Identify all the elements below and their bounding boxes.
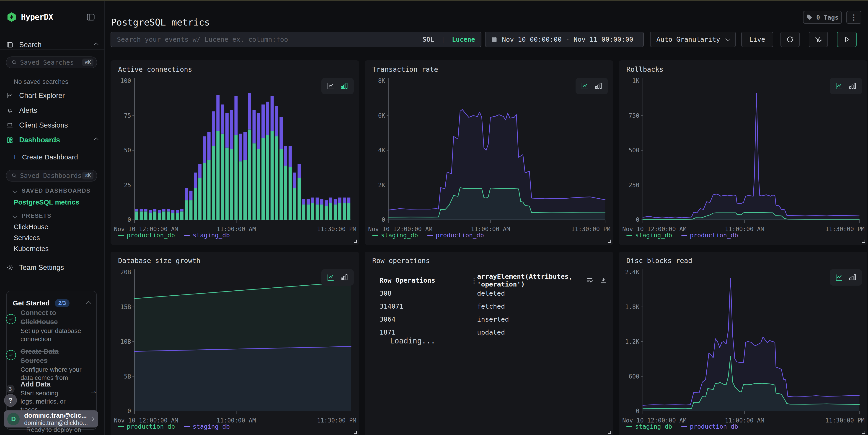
bar-chart-icon[interactable] [340,82,348,90]
legend-item[interactable]: production_db [118,423,175,430]
legend-item[interactable]: production_db [118,232,175,239]
progress-badge: 2/3 [55,299,69,307]
bar-chart-icon[interactable] [848,273,857,281]
arrow-right-icon[interactable]: → [89,386,98,396]
legend-item[interactable]: staging_db [626,423,672,430]
panel-row-operations: Row operations Row Operations ⋮ arrayEle… [365,252,613,435]
column-header-operation[interactable]: arrayElement(Attributes, 'operation') [477,273,586,288]
refresh-button[interactable] [780,32,800,47]
run-query-button[interactable] [837,32,857,47]
sidebar-collapse-icon[interactable] [86,12,95,23]
tags-label: 0 Tags [816,14,839,21]
chart-type-toggle[interactable] [321,269,354,286]
sidebar-section-search[interactable]: Search [6,38,98,52]
legend-item[interactable]: staging_db [372,232,418,239]
live-button[interactable]: Live [741,32,773,47]
sidebar-item-services[interactable]: Services [14,234,40,242]
svg-text:2.4K: 2.4K [625,269,640,275]
chart-type-toggle[interactable] [576,78,608,94]
sidebar-item-clickhouse[interactable]: ClickHouse [14,223,48,231]
divider: | [441,36,445,43]
sidebar-item-postgresql-metrics[interactable]: PostgreSQL metrics [14,198,79,206]
query-language-toggle[interactable]: SQL | Lucene [423,36,475,43]
sidebar: HyperDX Search Saved Searches ⌘K No save… [0,1,105,435]
date-range-picker[interactable]: Nov 10 00:00:00 - Nov 11 00:00:00 [485,32,644,47]
sidebar-item-kubernetes[interactable]: Kubernetes [14,245,49,253]
svg-text:10B: 10B [120,338,131,345]
sidebar-item-alerts[interactable]: Alerts [6,103,98,118]
saved-dashboards-input[interactable]: Saved Dashboards ⌘K [6,170,97,181]
sql-option[interactable]: SQL [423,36,434,43]
saved-searches-input[interactable]: Saved Searches ⌘K [6,57,97,68]
legend-swatch [184,235,190,236]
chart-legend: staging_db production_db [372,232,484,239]
sidebar-item-label: Alerts [19,106,37,114]
play-icon [843,36,850,43]
svg-text:5B: 5B [124,373,131,380]
get-started-item-connect[interactable]: Connect to ClickHouse Set up your databa… [6,308,84,343]
line-chart-icon[interactable] [835,82,843,90]
lucene-option[interactable]: Lucene [452,36,475,43]
calendar-icon [491,36,497,42]
legend-item[interactable]: production_db [681,232,738,239]
dashboards-icon [6,137,13,143]
line-chart-icon[interactable] [327,273,335,281]
sidebar-item-team-settings[interactable]: Team Settings [6,264,64,272]
sidebar-item-chart-explorer[interactable]: Chart Explorer [6,88,98,103]
text-wrap-icon[interactable] [586,276,594,284]
line-chart-icon[interactable] [327,82,335,90]
check-circle-icon [6,314,16,324]
legend-swatch [681,426,687,427]
bar-chart-icon[interactable] [848,82,857,90]
svg-text:75: 75 [124,112,131,119]
get-started-item-add-data[interactable]: 3 Add Data Start sending logs, metrics, … [6,380,84,414]
user-menu[interactable]: D dominic.tran@clic... dominic.tran@clic… [4,410,98,428]
saved-dashboards-placeholder: Saved Dashboards [20,172,82,179]
legend-swatch [626,426,632,427]
shortcut-badge: ⌘K [82,59,93,66]
cell-count: 3064 [379,315,477,323]
item-title: Add Data [21,380,73,389]
chart-type-toggle[interactable] [321,78,354,94]
table-row[interactable]: 308 deleted [365,287,613,300]
presets-section[interactable]: PRESETS [13,212,52,219]
saved-dashboards-section[interactable]: SAVED DASHBOARDS [13,188,91,194]
download-icon[interactable] [599,276,607,284]
legend-item[interactable]: production_db [427,232,484,239]
svg-text:1.2K: 1.2K [625,338,640,345]
legend-item[interactable]: staging_db [626,232,672,239]
legend-swatch [427,235,433,236]
filter-button[interactable] [809,32,828,47]
tags-button[interactable]: 0 Tags [803,11,842,24]
bar-chart-icon[interactable] [340,273,348,281]
panel-title: Disc blocks read [626,257,692,265]
legend-item[interactable]: staging_db [184,232,230,239]
chart-type-toggle[interactable] [830,269,862,286]
column-header-count[interactable]: Row Operations [379,276,471,284]
drag-handle-icon[interactable]: ⋮ [471,276,477,285]
chart-type-toggle[interactable] [830,78,862,94]
help-button[interactable]: ? [4,394,17,407]
kebab-menu-button[interactable]: ⋮ [846,11,861,24]
shortcut-badge: ⌘K [82,172,93,179]
bar-chart-icon[interactable] [594,82,603,90]
legend-item[interactable]: production_db [681,423,738,430]
sidebar-item-dashboards[interactable]: Dashboards [6,133,98,147]
sidebar-item-client-sessions[interactable]: Client Sessions [6,118,98,133]
get-started-item-sources[interactable]: Create Data Sources Configure where your… [6,347,84,382]
create-dashboard-button[interactable]: + Create Dashboard [12,153,78,162]
legend-item[interactable]: staging_db [184,423,230,430]
chevron-up-icon[interactable] [86,301,91,305]
search-placeholder: Search your events w/ Lucene ex. column:… [117,36,423,43]
search-icon [11,60,17,65]
table-row[interactable]: 3064 inserted [365,313,613,326]
panel-title: Row operations [372,257,430,265]
line-chart-icon[interactable] [581,82,589,90]
table-row[interactable]: 314071 fetched [365,300,613,313]
svg-text:1.8K: 1.8K [625,304,640,310]
chevron-up-icon [94,138,99,142]
event-search-input[interactable]: Search your events w/ Lucene ex. column:… [111,32,482,47]
sidebar-item-label: Chart Explorer [19,92,65,100]
line-chart-icon[interactable] [835,273,843,281]
granularity-select[interactable]: Auto Granularity [650,32,736,47]
